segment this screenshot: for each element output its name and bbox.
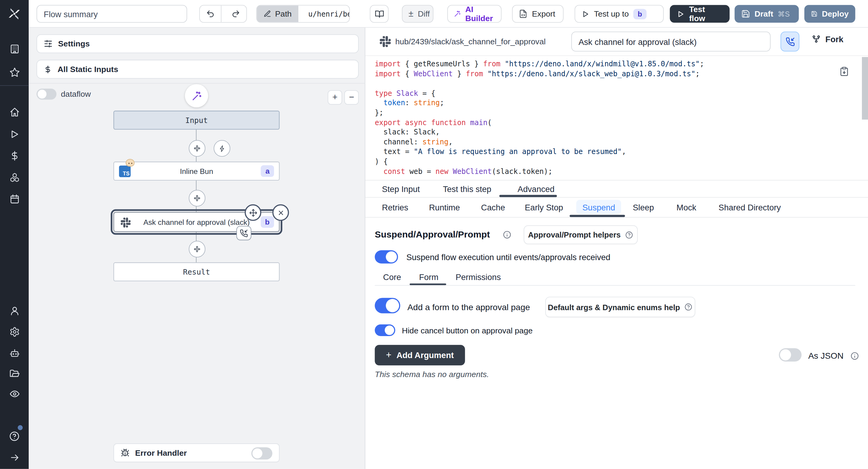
innertab-form[interactable]: Form [419,273,438,282]
audit-eye-icon[interactable] [0,384,29,404]
helpers-button-label: Approval/Prompt helpers [528,230,621,239]
folders-icon[interactable] [0,363,29,383]
test-flow-button[interactable]: Test flow [670,5,730,23]
redo-button[interactable] [226,5,246,22]
users-icon[interactable] [0,301,29,320]
typescript-icon: TS [119,165,131,177]
ai-flow-builder-button[interactable] [185,84,208,107]
code-editor[interactable]: import { getResumeUrls } from "https://d… [375,59,851,176]
path-value: u/henri/ben [303,5,350,22]
approval-prompt-helpers-button[interactable]: Approval/Prompt helpers [524,225,638,244]
clipboard-copy-icon [839,66,849,76]
draft-button[interactable]: Draft ⌘S [735,5,799,23]
magic-wand-icon [191,90,202,101]
subtab-runtime[interactable]: Runtime [429,202,460,212]
innertab-permissions[interactable]: Permissions [456,273,501,282]
windmill-logo[interactable] [0,4,29,23]
default-args-help-button[interactable]: Default args & Dynamic enums help [545,296,695,317]
add-step-button[interactable] [189,241,205,257]
error-handler-toggle[interactable] [251,447,273,459]
subtab-shared-directory[interactable]: Shared Directory [718,202,781,212]
tab-advanced[interactable]: Advanced [518,184,555,194]
zoom-in-button[interactable]: + [328,90,342,104]
ai-builder-button[interactable]: AI Builder [447,5,501,23]
redo-icon [232,9,241,18]
dataflow-toggle[interactable] [36,89,56,100]
tab-test-this-step[interactable]: Test this step [443,184,491,194]
fork-button[interactable]: Fork [812,34,844,44]
zoom-out-button[interactable]: − [344,90,359,104]
flow-node-result[interactable]: Result [114,262,280,281]
copy-code-button[interactable] [839,66,849,76]
step-id-badge-b: b [261,216,274,228]
magic-wand-icon [454,9,461,18]
info-icon [503,230,512,239]
resources-icon[interactable] [0,167,29,187]
error-handler-row[interactable]: Error Handler [114,443,280,462]
runs-icon[interactable] [0,124,29,144]
variables-icon[interactable] [0,146,29,165]
add-trigger-button[interactable] [214,140,230,157]
suspend-indicator-button[interactable] [781,32,799,52]
workers-bot-icon[interactable] [0,343,29,363]
undo-button[interactable] [200,5,221,22]
home-icon[interactable] [0,102,29,122]
approval-node-label: Ask channel for approval (slack) [144,218,250,226]
export-button[interactable]: Export [512,5,564,23]
draft-label: Draft [754,9,773,18]
add-form-toggle[interactable] [375,298,400,313]
all-static-inputs-button[interactable]: All Static Inputs [36,60,359,79]
sidebar-divider [0,85,29,86]
tabs-divider [365,197,868,198]
suspend-toggle[interactable] [375,250,398,263]
add-argument-button[interactable]: + Add Argument [375,345,465,365]
workspace-icon[interactable] [0,39,29,59]
plus-icon [194,146,200,151]
schedules-icon[interactable] [0,189,29,209]
step-id-badge-a: a [261,165,274,177]
flow-node-input[interactable]: Input [114,111,280,129]
close-icon [277,209,284,216]
suspend-step-badge [236,226,251,240]
innertabs-divider [375,285,855,285]
add-step-button[interactable] [189,190,205,207]
flow-node-inline-bun[interactable]: TS Inline Bun a [114,162,280,180]
deploy-button[interactable]: Deploy [804,5,855,23]
help-icon[interactable] [0,426,29,446]
move-arrows-icon [249,209,257,217]
flow-summary-input[interactable]: Flow summary [36,5,187,23]
path-edit-segment[interactable]: Path [257,5,298,22]
tab-step-input[interactable]: Step Input [382,184,420,194]
expand-sidebar-icon[interactable] [0,447,29,467]
hide-cancel-toggle[interactable] [375,324,395,336]
subtab-mock[interactable]: Mock [676,202,696,212]
bug-icon [121,448,129,457]
error-handler-label: Error Handler [135,448,187,457]
subtab-early-stop[interactable]: Early Stop [525,202,563,212]
git-fork-icon [812,34,821,44]
docs-button[interactable] [370,5,389,23]
as-json-toggle[interactable] [779,348,801,362]
test-up-to-button[interactable]: Test up to b [575,5,664,23]
favorites-star-icon[interactable] [0,62,29,82]
static-inputs-label: All Static Inputs [58,65,118,73]
suspend-toggle-label: Suspend flow execution until events/appr… [406,253,610,262]
subtab-suspend-active[interactable]: Suspend [576,200,621,214]
as-json-label: As JSON [808,351,844,361]
step-title-input[interactable]: Ask channel for approval (slack) [571,32,771,52]
script-path: hub/2439/slack/ask_channel_for_approval [395,37,546,46]
delete-node-button[interactable] [273,205,289,221]
subtab-sleep[interactable]: Sleep [632,202,654,212]
path-selector[interactable]: Path u/henri/ben [256,5,350,23]
move-node-button[interactable] [245,205,261,221]
subtab-cache[interactable]: Cache [481,202,505,212]
lightning-icon [218,145,226,152]
flow-settings-button[interactable]: Settings [36,34,359,53]
subtab-retries[interactable]: Retries [382,202,408,212]
diff-button[interactable]: ± Diff [402,5,433,23]
deploy-label: Deploy [822,9,849,18]
settings-gear-icon[interactable] [0,322,29,342]
add-step-button[interactable] [189,140,205,157]
code-scrollbar-thumb[interactable] [862,57,868,120]
innertab-core[interactable]: Core [383,273,401,282]
